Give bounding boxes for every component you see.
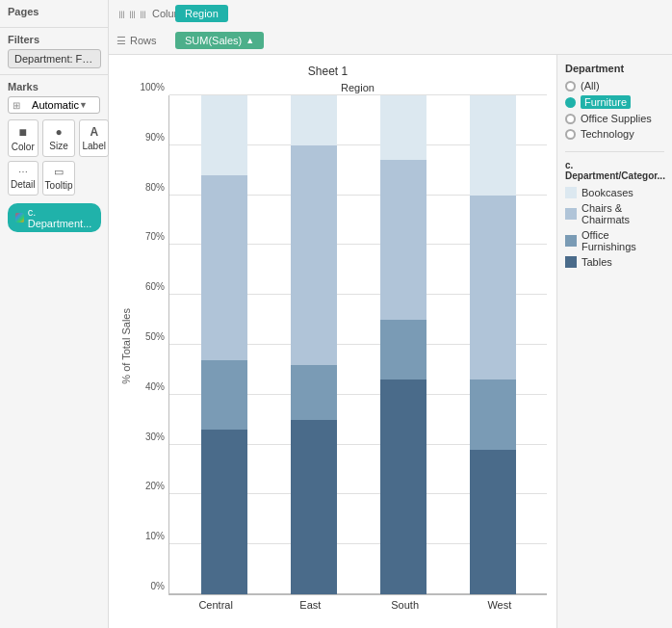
x-axis-label: Central — [193, 599, 239, 611]
bar-segment — [201, 360, 247, 431]
y-tick-labels: 100%90%80%70%60%50%40%30%20%10%0% — [134, 82, 168, 611]
region-pill[interactable]: Region — [175, 5, 228, 22]
detail-button[interactable]: ⋯ Detail — [8, 161, 39, 196]
department-legend-item[interactable]: Technology — [565, 128, 664, 140]
y-tick-label: 0% — [151, 581, 165, 591]
color-dot-icon — [15, 213, 24, 222]
legend-radio — [565, 114, 576, 124]
category-legend-item: Chairs & Chairmats — [565, 202, 664, 225]
legend-radio — [565, 97, 576, 108]
bars-container — [169, 95, 547, 594]
bar-segment — [201, 95, 247, 175]
bar-segment — [380, 160, 426, 320]
bar-segment — [291, 365, 337, 420]
columns-row: ⫼⫼⫼ Columns Region — [109, 0, 672, 27]
legend-divider — [565, 151, 664, 152]
y-tick-label: 10% — [145, 531, 165, 541]
y-tick-label: 50% — [145, 331, 165, 342]
bar-segment — [291, 420, 337, 594]
x-labels: CentralEastSouthWest — [168, 595, 556, 611]
department-legend-item[interactable]: (All) — [565, 80, 664, 92]
marks-section: Marks ⊞ Automatic ▼ ■ Color ● Size A Lab… — [0, 75, 108, 238]
bar-group[interactable] — [380, 95, 426, 594]
legend-radio — [565, 129, 576, 140]
detail-icon: ⋯ — [18, 167, 28, 177]
department-legend: Department (All)FurnitureOffice Supplies… — [565, 63, 664, 140]
filter-pill[interactable]: Department: Furnitu... — [8, 49, 101, 68]
legend-panel: Department (All)FurnitureOffice Supplies… — [556, 55, 672, 628]
department-legend-title: Department — [565, 63, 664, 74]
bar-group[interactable] — [291, 95, 337, 594]
marks-label: Marks — [8, 81, 100, 92]
tooltip-button[interactable]: ▭ Tooltip — [42, 161, 76, 196]
category-legend: c. Department/Categor... BookcasesChairs… — [565, 160, 664, 268]
y-tick-label: 70% — [145, 231, 165, 242]
dropdown-arrow-icon: ▼ — [79, 100, 95, 110]
chart-main: Sheet 1 % of Total Sales 100%90%80%70%60… — [109, 55, 556, 628]
sum-sales-label: SUM(Sales) — [185, 35, 242, 46]
y-tick-label: 90% — [145, 132, 165, 143]
category-label: Chairs & Chairmats — [582, 202, 664, 225]
sum-sales-pill[interactable]: SUM(Sales) ▲ — [175, 32, 264, 49]
chart-inner: Region CentralEastSouthWest — [168, 82, 556, 611]
label-button[interactable]: A Label — [79, 119, 108, 157]
legend-color-swatch — [565, 235, 577, 247]
y-tick-label: 100% — [140, 82, 165, 92]
region-subtitle: Region — [168, 82, 547, 93]
color-label: Color — [12, 142, 35, 152]
category-legend-item: Bookcases — [565, 187, 664, 198]
filters-label: Filters — [8, 34, 100, 45]
main-area: ⫼⫼⫼ Columns Region ☰ Rows SUM(Sales) ▲ S… — [109, 0, 672, 628]
marks-grid: ■ Color ● Size A Label ⋯ Detail ▭ Toolti… — [8, 119, 100, 196]
bar-segment — [201, 175, 247, 360]
bar-segment — [291, 145, 337, 365]
bar-segment — [380, 320, 426, 379]
category-label: Tables — [582, 256, 612, 268]
color-button[interactable]: ■ Color — [8, 119, 39, 157]
pages-label: Pages — [8, 6, 100, 17]
filters-section: Filters Department: Furnitu... — [0, 28, 108, 75]
legend-item-label: Office Supplies — [581, 113, 652, 124]
marks-type-label: Automatic — [32, 99, 79, 111]
color-department-pill[interactable]: c. Department... — [8, 203, 101, 232]
tooltip-icon: ▭ — [54, 166, 64, 178]
y-tick-label: 30% — [145, 432, 165, 442]
bar-segment — [470, 379, 516, 450]
y-tick-label: 20% — [145, 481, 165, 491]
toolbar: ⫼⫼⫼ Columns Region ☰ Rows SUM(Sales) ▲ — [109, 0, 672, 55]
department-legend-item[interactable]: Office Supplies — [565, 113, 664, 124]
y-axis-title: % of Total Sales — [120, 308, 132, 384]
y-axis-title-wrapper: % of Total Sales — [118, 82, 134, 611]
legend-item-label: Technology — [581, 128, 634, 140]
category-label: Office Furnishings — [582, 229, 664, 252]
legend-color-swatch — [565, 187, 577, 198]
tooltip-label: Tooltip — [45, 180, 73, 191]
x-axis-label: East — [287, 599, 333, 611]
legend-item-label: (All) — [581, 80, 600, 92]
color-icon: ■ — [19, 124, 27, 140]
y-tick-label: 60% — [145, 281, 165, 292]
size-icon: ● — [55, 125, 62, 139]
delta-icon: ▲ — [246, 36, 254, 45]
bar-group[interactable] — [201, 95, 247, 594]
columns-label: ⫼⫼⫼ Columns — [116, 8, 169, 19]
marks-type-dropdown[interactable]: ⊞ Automatic ▼ — [8, 96, 100, 114]
label-label: Label — [82, 141, 105, 151]
category-legend-item: Tables — [565, 256, 664, 268]
bar-segment — [201, 430, 247, 594]
y-tick-label: 80% — [145, 182, 165, 193]
department-items-list: (All)FurnitureOffice SuppliesTechnology — [565, 80, 664, 140]
rows-row: ☰ Rows SUM(Sales) ▲ — [109, 27, 672, 54]
size-button[interactable]: ● Size — [42, 119, 76, 157]
color-pill-label: c. Department... — [28, 206, 93, 229]
category-label: Bookcases — [582, 187, 633, 198]
bar-segment — [470, 450, 516, 594]
bar-segment — [380, 95, 426, 160]
department-legend-item[interactable]: Furniture — [565, 95, 664, 109]
x-axis-label: South — [382, 599, 428, 611]
region-pill-label: Region — [185, 8, 219, 19]
left-sidebar: Pages Filters Department: Furnitu... Mar… — [0, 0, 109, 628]
chart-container: Sheet 1 % of Total Sales 100%90%80%70%60… — [109, 55, 672, 628]
y-tick-label: 40% — [145, 381, 165, 392]
bar-group[interactable] — [470, 95, 516, 594]
